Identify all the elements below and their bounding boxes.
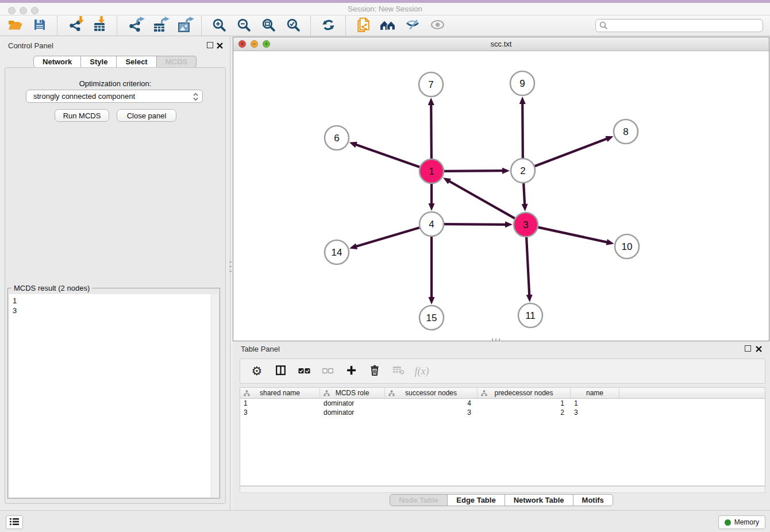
memory-label: Memory xyxy=(734,518,759,526)
columns-button[interactable] xyxy=(273,363,288,380)
table-cell: 1 xyxy=(240,399,320,408)
export-network-button[interactable] xyxy=(124,17,145,35)
network-canvas[interactable]: 1234678910111415 xyxy=(233,51,769,341)
criterion-dropdown[interactable]: strongly connected component xyxy=(26,90,203,103)
vertical-split-handle[interactable] xyxy=(229,261,232,276)
close-panel-icon[interactable] xyxy=(216,41,224,49)
eye-icon xyxy=(430,20,445,32)
toolbar-separator xyxy=(57,16,57,36)
memory-button[interactable]: Memory xyxy=(718,515,765,529)
run-mcds-button[interactable]: Run MCDS xyxy=(55,109,109,122)
column-label: MCDS role xyxy=(336,389,369,397)
tab-motifs[interactable]: Motifs xyxy=(573,494,613,506)
tab-node-table[interactable]: Node Table xyxy=(390,494,448,506)
edge-4-14[interactable] xyxy=(356,228,419,246)
edge-3-11[interactable] xyxy=(526,237,529,296)
import-table-button[interactable] xyxy=(89,17,110,35)
table-horizontal-scrollbar[interactable] xyxy=(240,486,765,493)
gear-button[interactable]: ⚙ xyxy=(249,363,264,380)
export-table-button[interactable] xyxy=(149,17,170,35)
clear-all-columns-button[interactable] xyxy=(320,363,335,380)
search-icon xyxy=(599,21,608,32)
delete-table-button[interactable] xyxy=(391,363,406,380)
tab-network[interactable]: Network xyxy=(33,56,81,68)
table-cell: 1 xyxy=(571,399,619,408)
close-panel-icon[interactable] xyxy=(755,345,763,352)
mcds-result-title: MCDS result (2 nodes) xyxy=(11,284,92,292)
control-panel: Control Panel NetworkStyleSelectMCDS Opt… xyxy=(0,37,230,510)
column-header-shared-name[interactable]: shared name xyxy=(240,388,320,398)
add-column-button[interactable] xyxy=(344,363,359,380)
function-builder-button[interactable]: f(x) xyxy=(414,363,429,380)
search-field xyxy=(595,19,763,32)
network-window-titlebar[interactable]: × − + scc.txt xyxy=(233,37,769,51)
export-image-button[interactable] xyxy=(174,17,194,35)
open-session-button[interactable] xyxy=(5,17,25,35)
home-button[interactable] xyxy=(378,17,398,35)
optimization-criterion-label: Optimization criterion: xyxy=(5,79,225,88)
close-panel-button[interactable]: Close panel xyxy=(117,109,176,122)
edge-arrowhead xyxy=(349,243,357,249)
duplicate-network-button[interactable] xyxy=(353,17,374,35)
tab-edge-table[interactable]: Edge Table xyxy=(448,494,505,506)
select-all-checkboxes-icon xyxy=(298,367,310,376)
node-label-6: 6 xyxy=(334,133,339,144)
node-label-14: 14 xyxy=(332,247,342,258)
edge-arrowhead xyxy=(429,203,435,211)
import-arrow-icon xyxy=(78,16,84,25)
edge-arrowhead xyxy=(429,297,435,304)
delete-column-button[interactable] xyxy=(367,363,382,380)
edge-arrowhead xyxy=(605,136,613,142)
edge-3-1[interactable] xyxy=(449,181,515,218)
column-header-predecessor-nodes[interactable]: predecessor nodes xyxy=(478,388,571,398)
column-header-successor-nodes[interactable]: successor nodes xyxy=(385,388,478,398)
zoom-selected-button[interactable] xyxy=(283,17,303,35)
node-label-8: 8 xyxy=(623,126,628,137)
horizontal-split-handle[interactable] xyxy=(492,338,501,341)
table-row[interactable]: 3dominator323 xyxy=(240,408,765,417)
edge-arrowhead xyxy=(519,97,526,104)
table-row[interactable]: 1dominator411 xyxy=(240,399,765,408)
import-network-button[interactable] xyxy=(64,17,85,35)
mcds-result-textarea[interactable]: 1 3 xyxy=(9,294,218,497)
task-history-button[interactable] xyxy=(6,515,23,529)
mcds-panel: Optimization criterion: strongly connect… xyxy=(5,67,226,504)
table-cell: 2 xyxy=(478,408,571,417)
save-session-button[interactable] xyxy=(29,17,50,35)
select-all-columns-button[interactable] xyxy=(297,363,311,380)
clear-checkboxes-icon xyxy=(322,367,333,376)
result-scrollbar[interactable] xyxy=(211,294,218,497)
zoom-out-button[interactable] xyxy=(233,17,254,35)
search-input[interactable] xyxy=(595,19,763,32)
hide-selected-button[interactable] xyxy=(402,17,423,35)
zoom-in-button[interactable] xyxy=(209,17,229,35)
edge-2-8[interactable] xyxy=(535,138,608,166)
edge-1-6[interactable] xyxy=(355,144,419,167)
edge-4-3[interactable] xyxy=(444,224,506,225)
float-panel-icon[interactable] xyxy=(745,345,751,352)
hide-eye-icon xyxy=(405,19,420,32)
table-toolbar: ⚙ f(x) xyxy=(240,358,765,384)
window-title: Session: New Session xyxy=(0,5,770,13)
edge-1-7[interactable] xyxy=(431,104,432,159)
node-label-15: 15 xyxy=(426,313,437,323)
column-header-mcds-role[interactable]: MCDS role xyxy=(320,388,385,398)
edge-2-3[interactable] xyxy=(523,183,525,205)
float-panel-icon[interactable] xyxy=(207,42,213,48)
tab-select[interactable]: Select xyxy=(117,56,156,68)
edge-3-10[interactable] xyxy=(538,228,608,242)
node-label-2: 2 xyxy=(520,165,525,176)
edge-arrowhead xyxy=(349,142,357,148)
edge-1-2[interactable] xyxy=(444,171,503,171)
tab-network-table[interactable]: Network Table xyxy=(505,494,573,506)
edge-2-9[interactable] xyxy=(522,103,523,158)
edge-arrowhead xyxy=(428,98,434,105)
save-icon xyxy=(33,18,46,33)
zoom-fit-button[interactable] xyxy=(258,17,279,35)
duplicate-network-icon xyxy=(357,17,370,34)
tab-style[interactable]: Style xyxy=(81,56,117,68)
refresh-button[interactable] xyxy=(318,17,338,35)
show-hidden-button[interactable] xyxy=(427,17,448,35)
tab-mcds[interactable]: MCDS xyxy=(157,56,197,68)
column-header-name[interactable]: name xyxy=(571,388,619,398)
